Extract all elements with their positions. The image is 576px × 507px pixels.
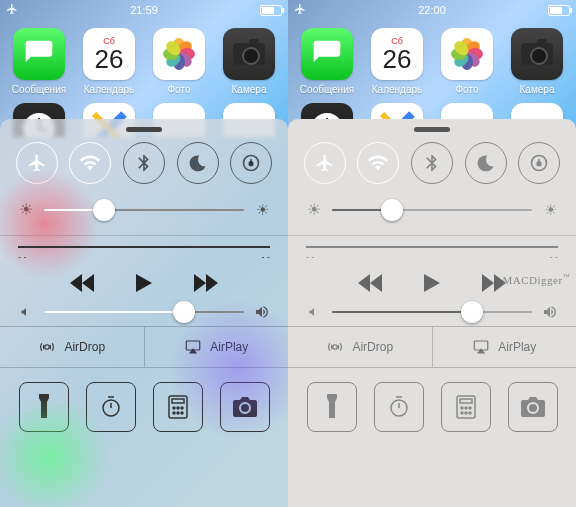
svg-point-10: [173, 407, 175, 409]
camera-icon: [511, 28, 563, 80]
quick-row: [288, 368, 576, 448]
airdrop-button[interactable]: AirDrop: [288, 327, 432, 367]
brightness-slider[interactable]: ☀ ☀: [288, 184, 576, 225]
toggle-airplane[interactable]: [16, 142, 58, 184]
prev-button[interactable]: [70, 274, 94, 292]
app-photos[interactable]: Фото: [149, 28, 209, 95]
brightness-low-icon: ☀: [306, 200, 322, 219]
toggle-rotation-lock[interactable]: [230, 142, 272, 184]
volume-high-icon: [254, 304, 270, 320]
screen-left: 21:59 Сообщения Сб 26 Календарь: [0, 0, 288, 507]
track-times: - - - -: [0, 252, 288, 262]
timer-button[interactable]: [86, 382, 136, 432]
cc-grabber[interactable]: [126, 127, 162, 132]
status-bar: 21:59: [0, 0, 288, 20]
svg-point-30: [465, 412, 467, 414]
app-camera[interactable]: Камера: [219, 28, 279, 95]
svg-point-27: [465, 407, 467, 409]
cc-toggles: [288, 142, 576, 184]
share-row: AirDrop AirPlay: [0, 326, 288, 368]
svg-point-13: [173, 412, 175, 414]
flashlight-button[interactable]: [307, 382, 357, 432]
app-calendar[interactable]: Сб 26 Календарь: [367, 28, 427, 95]
camera-button[interactable]: [508, 382, 558, 432]
svg-point-29: [461, 412, 463, 414]
toggle-wifi[interactable]: [69, 142, 111, 184]
status-time: 22:00: [288, 4, 576, 16]
app-label: Фото: [456, 84, 479, 95]
calendar-icon: Сб 26: [83, 28, 135, 80]
svg-point-31: [469, 412, 471, 414]
toggle-bluetooth[interactable]: [123, 142, 165, 184]
flashlight-button[interactable]: [19, 382, 69, 432]
cc-grabber[interactable]: [414, 127, 450, 132]
play-button[interactable]: [424, 274, 440, 292]
calendar-icon: Сб 26: [371, 28, 423, 80]
app-label: Камера: [232, 84, 267, 95]
toggle-wifi[interactable]: [357, 142, 399, 184]
toggle-dnd[interactable]: [177, 142, 219, 184]
app-messages[interactable]: Сообщения: [297, 28, 357, 95]
app-messages[interactable]: Сообщения: [9, 28, 69, 95]
timer-button[interactable]: [374, 382, 424, 432]
svg-point-12: [181, 407, 183, 409]
brightness-high-icon: ☀: [254, 201, 270, 219]
toggle-bluetooth[interactable]: [411, 142, 453, 184]
control-center: ☀ ☀ - - - - AirDrop AirPl: [0, 119, 288, 507]
svg-point-28: [469, 407, 471, 409]
camera-button[interactable]: [220, 382, 270, 432]
brightness-high-icon: ☀: [542, 201, 558, 219]
quick-row: [0, 368, 288, 448]
control-center: MACDigger™ ☀ ☀ - - - -: [288, 119, 576, 507]
svg-rect-20: [538, 162, 541, 165]
svg-point-14: [177, 412, 179, 414]
airplay-button[interactable]: AirPlay: [432, 327, 577, 367]
volume-slider[interactable]: [0, 298, 288, 326]
calculator-button[interactable]: [441, 382, 491, 432]
app-label: Фото: [168, 84, 191, 95]
app-label: Календарь: [84, 84, 134, 95]
track-scrubber[interactable]: [306, 246, 558, 248]
app-label: Камера: [520, 84, 555, 95]
camera-icon: [223, 28, 275, 80]
app-label: Календарь: [372, 84, 422, 95]
messages-icon: [13, 28, 65, 80]
svg-rect-25: [460, 399, 472, 403]
app-calendar[interactable]: Сб 26 Календарь: [79, 28, 139, 95]
toggle-airplane[interactable]: [304, 142, 346, 184]
status-bar: 22:00: [288, 0, 576, 20]
toggle-rotation-lock[interactable]: [518, 142, 560, 184]
airdrop-button[interactable]: AirDrop: [0, 327, 144, 367]
photos-icon: [153, 28, 205, 80]
next-button[interactable]: [194, 274, 218, 292]
svg-point-5: [45, 345, 50, 350]
volume-low-icon: [18, 306, 34, 318]
brightness-slider[interactable]: ☀ ☀: [0, 184, 288, 225]
play-button[interactable]: [136, 274, 152, 292]
watermark: MACDigger™: [503, 273, 570, 286]
svg-point-21: [333, 345, 338, 350]
home-row: Сообщения Сб 26 Календарь: [0, 20, 288, 97]
app-photos[interactable]: Фото: [437, 28, 497, 95]
app-label: Сообщения: [300, 84, 354, 95]
volume-high-icon: [542, 304, 558, 320]
battery-icon: [548, 5, 570, 16]
track-scrubber[interactable]: [18, 246, 270, 248]
airplay-button[interactable]: AirPlay: [144, 327, 289, 367]
volume-slider[interactable]: [288, 298, 576, 326]
svg-rect-4: [250, 162, 253, 165]
svg-rect-9: [172, 399, 184, 403]
share-row: AirDrop AirPlay: [288, 326, 576, 368]
prev-button[interactable]: [358, 274, 382, 292]
app-camera[interactable]: Камера: [507, 28, 567, 95]
volume-low-icon: [306, 306, 322, 318]
status-time: 21:59: [0, 4, 288, 16]
cc-toggles: [0, 142, 288, 184]
svg-point-15: [181, 412, 183, 414]
svg-point-26: [461, 407, 463, 409]
home-row: Сообщения Сб 26 Календарь: [288, 20, 576, 97]
app-label: Сообщения: [12, 84, 66, 95]
media-buttons: [0, 262, 288, 298]
calculator-button[interactable]: [153, 382, 203, 432]
toggle-dnd[interactable]: [465, 142, 507, 184]
